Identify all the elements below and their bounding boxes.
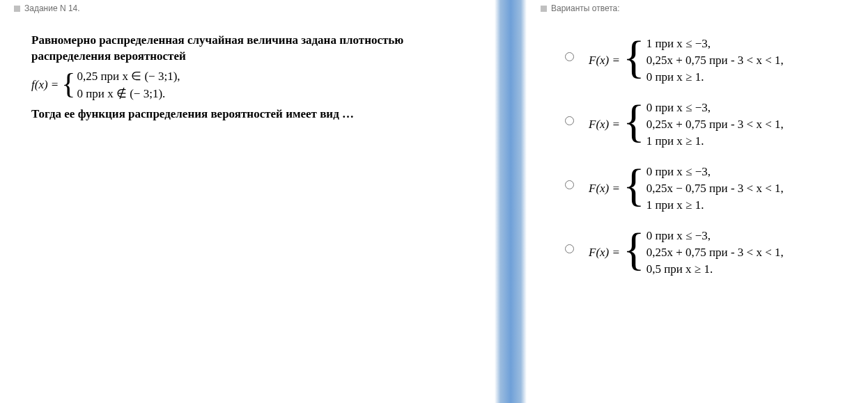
answers-header-text: Варианты ответа: (551, 3, 620, 13)
question-header-text: Задание N 14. (24, 3, 80, 13)
pdf-case1: 0,25 при x ∈ (− 3;1), (77, 70, 180, 83)
fx-label: F(x) = (589, 246, 620, 260)
question-outro: Тогда ее функция распределения вероятнос… (31, 106, 456, 123)
answer-2-case1: 0 при x ≤ −3, (646, 101, 711, 114)
answer-3-case2: 0,25x − 0,75 при - 3 < x < 1, (646, 182, 784, 195)
fx-label: F(x) = (589, 182, 620, 196)
bullet-icon (541, 6, 547, 12)
answer-3-case3: 1 при x ≥ 1. (646, 198, 704, 212)
answer-4-case2: 0,25x + 0,75 при - 3 < x < 1, (646, 246, 784, 259)
answer-3-case1: 0 при x ≤ −3, (646, 165, 711, 178)
answer-radio-2[interactable] (561, 97, 576, 128)
question-header: Задание N 14. (14, 3, 481, 13)
answer-2-case2: 0,25x + 0,75 при - 3 < x < 1, (646, 118, 784, 131)
brace-icon: { (620, 102, 646, 148)
answer-option-1: F(x) = { 1 при x ≤ −3, 0,25x + 0,75 при … (561, 33, 854, 88)
answer-4-case3: 0,5 при x ≥ 1. (646, 262, 713, 276)
answer-1-case2: 0,25x + 0,75 при - 3 < x < 1, (646, 54, 784, 67)
answers-header: Варианты ответа: (541, 3, 854, 13)
answer-1-case3: 0 при x ≥ 1. (646, 70, 704, 84)
pdf-label: f(x) = (31, 77, 59, 93)
answer-radio-3[interactable] (561, 161, 576, 192)
fx-label: F(x) = (589, 118, 620, 132)
answer-2-case3: 1 при x ≥ 1. (646, 134, 704, 148)
bullet-icon (14, 6, 20, 12)
brace-icon: { (59, 71, 77, 100)
question-body: Равномерно распределенная случайная вели… (14, 33, 481, 123)
answer-option-4: F(x) = { 0 при x ≤ −3, 0,25x + 0,75 при … (561, 225, 854, 280)
brace-icon: { (620, 166, 646, 212)
answer-radio-4[interactable] (561, 225, 576, 256)
answer-radio-1[interactable] (561, 33, 576, 64)
brace-icon: { (620, 38, 646, 84)
pdf-case2: 0 при x ∉ (− 3;1). (77, 87, 165, 100)
answer-option-2: F(x) = { 0 при x ≤ −3, 0,25x + 0,75 при … (561, 97, 854, 152)
brace-icon: { (620, 230, 646, 276)
answer-1-case1: 1 при x ≤ −3, (646, 37, 711, 50)
pdf-formula: f(x) = { 0,25 при x ∈ (− 3;1), 0 при x ∉… (31, 69, 180, 102)
answer-4-case1: 0 при x ≤ −3, (646, 229, 711, 242)
answers-list: F(x) = { 1 при x ≤ −3, 0,25x + 0,75 при … (541, 33, 854, 280)
vertical-divider (495, 0, 527, 403)
question-intro-line1: Равномерно распределенная случайная вели… (31, 33, 456, 49)
answers-panel: Варианты ответа: F(x) = { 1 при x ≤ −3, … (527, 0, 868, 403)
answer-option-3: F(x) = { 0 при x ≤ −3, 0,25x − 0,75 при … (561, 161, 854, 216)
fx-label: F(x) = (589, 54, 620, 68)
question-intro-line2: распределения вероятностей (31, 49, 456, 65)
question-panel: Задание N 14. Равномерно распределенная … (0, 0, 495, 403)
page: Задание N 14. Равномерно распределенная … (0, 0, 868, 403)
